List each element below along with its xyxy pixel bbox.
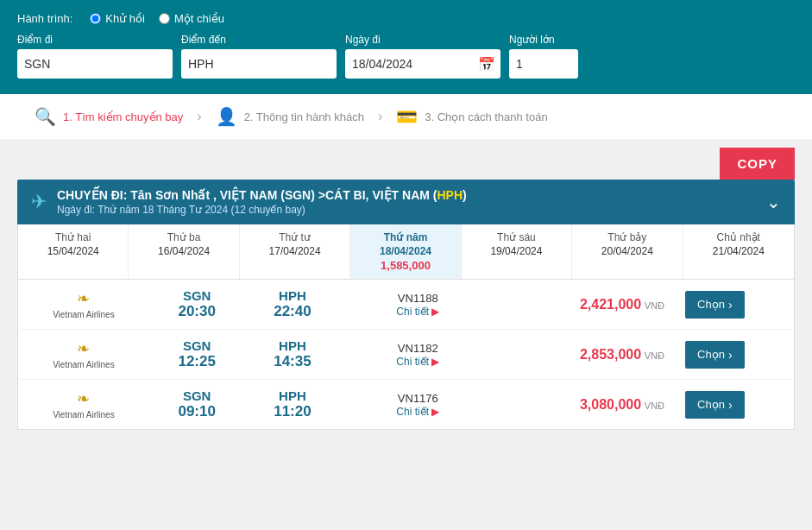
nguoi-lon-input[interactable] bbox=[509, 49, 578, 79]
search-fields: Điểm đi Điểm đến Ngày đi 📅 Người lớn bbox=[17, 34, 795, 79]
date-col-2[interactable]: Thứ tư 17/04/2024 bbox=[240, 224, 350, 279]
diem-den-label: Điểm đến bbox=[181, 34, 337, 46]
from-code-2: SGN bbox=[160, 388, 235, 403]
chi-tiet-link-1[interactable]: Chi tiết ▶ bbox=[396, 356, 439, 368]
to-cell-1: HPH 14:35 bbox=[245, 330, 341, 380]
step-arrow-1: › bbox=[197, 109, 201, 124]
table-row: ❧ Vietnam Airlines SGN 12:25 HPH 14:35 V… bbox=[18, 330, 795, 380]
to-code-0: HPH bbox=[255, 288, 330, 303]
step-2: 👤 2. Thông tin hành khách bbox=[216, 106, 364, 127]
price-currency-2: VNĐ bbox=[645, 401, 664, 411]
chi-tiet-link-2[interactable]: Chi tiết ▶ bbox=[396, 406, 439, 418]
route-header-left: ✈ CHUYẾN ĐI: Tân Sơn Nhất , VIỆT NAM (SG… bbox=[31, 188, 467, 216]
flight-info-1: VN1182 Chi tiết ▶ bbox=[340, 330, 495, 380]
diem-di-input[interactable] bbox=[17, 49, 173, 79]
chon-button-2[interactable]: Chọn › bbox=[685, 391, 745, 419]
flight-num-1: VN1182 bbox=[350, 342, 485, 355]
to-cell-2: HPH 11:20 bbox=[245, 380, 341, 430]
flight-num-2: VN1176 bbox=[350, 392, 485, 405]
table-row: ❧ Vietnam Airlines SGN 20:30 HPH 22:40 V… bbox=[18, 280, 795, 330]
flights-table: ❧ Vietnam Airlines SGN 20:30 HPH 22:40 V… bbox=[17, 280, 795, 430]
flight-info-2: VN1176 Chi tiết ▶ bbox=[340, 380, 495, 430]
calendar-icon[interactable]: 📅 bbox=[478, 56, 495, 73]
price-val-0: 2,421,000 bbox=[580, 297, 641, 312]
diem-di-field: Điểm đi bbox=[17, 34, 173, 79]
price-currency-0: VNĐ bbox=[645, 300, 664, 311]
ngay-di-label: Ngày đi bbox=[345, 34, 500, 46]
ngay-di-input[interactable] bbox=[345, 49, 500, 79]
step-arrow-2: › bbox=[378, 109, 382, 124]
to-cell-0: HPH 22:40 bbox=[245, 280, 341, 330]
copy-btn-container: COPY bbox=[0, 139, 812, 180]
from-cell-1: SGN 12:25 bbox=[149, 330, 245, 380]
diem-den-input[interactable] bbox=[181, 49, 337, 79]
khu-hoi-label[interactable]: Khử hồi bbox=[90, 12, 145, 25]
chon-arrow-icon-1: › bbox=[728, 348, 733, 362]
diem-di-label: Điểm đi bbox=[17, 34, 173, 46]
airline-wings-icon-2: ❧ bbox=[28, 389, 139, 408]
price-val-1: 2,853,000 bbox=[580, 347, 641, 362]
chon-button-0[interactable]: Chọn › bbox=[685, 291, 745, 319]
khu-hoi-radio[interactable] bbox=[90, 13, 101, 24]
price-cell-0: 2,421,000 VNĐ bbox=[495, 280, 675, 330]
from-time-0: 20:30 bbox=[160, 303, 235, 320]
date-col-3[interactable]: Thứ năm 18/04/2024 1,585,000 bbox=[350, 224, 461, 279]
route-title: CHUYẾN ĐI: Tân Sơn Nhất , VIỆT NAM (SGN)… bbox=[57, 188, 467, 202]
route-header: ✈ CHUYẾN ĐI: Tân Sơn Nhất , VIỆT NAM (SG… bbox=[17, 180, 795, 224]
from-time-2: 09:10 bbox=[160, 403, 235, 420]
to-time-1: 14:35 bbox=[255, 353, 330, 370]
airline-cell-0: ❧ Vietnam Airlines bbox=[18, 280, 149, 330]
mot-chieu-label[interactable]: Một chiều bbox=[159, 12, 224, 25]
step-1: 🔍 1. Tìm kiếm chuyến bay bbox=[35, 106, 183, 127]
airline-wings-icon-1: ❧ bbox=[28, 339, 139, 358]
main-content: ✈ CHUYẾN ĐI: Tân Sơn Nhất , VIỆT NAM (SG… bbox=[0, 180, 812, 447]
flight-num-0: VN1188 bbox=[350, 292, 485, 305]
chi-tiet-link-0[interactable]: Chi tiết ▶ bbox=[396, 306, 439, 318]
to-code-1: HPH bbox=[255, 338, 330, 353]
nguoi-lon-label: Người lớn bbox=[509, 34, 578, 46]
from-cell-2: SGN 09:10 bbox=[149, 380, 245, 430]
chevron-down-icon[interactable]: ⌄ bbox=[766, 192, 781, 212]
trip-type-group: Khử hồi Một chiều bbox=[90, 12, 224, 25]
copy-button[interactable]: COPY bbox=[720, 148, 795, 180]
from-time-1: 12:25 bbox=[160, 353, 235, 370]
chon-button-1[interactable]: Chọn › bbox=[685, 341, 745, 369]
ngay-di-field: Ngày đi 📅 bbox=[345, 34, 500, 79]
airline-name-0: Vietnam Airlines bbox=[28, 310, 139, 319]
from-cell-0: SGN 20:30 bbox=[149, 280, 245, 330]
date-col-1[interactable]: Thứ ba 16/04/2024 bbox=[129, 224, 239, 279]
chon-cell-0: Chọn › bbox=[675, 280, 794, 330]
chon-arrow-icon-0: › bbox=[728, 298, 733, 312]
from-code-0: SGN bbox=[160, 288, 235, 303]
mot-chieu-radio[interactable] bbox=[159, 13, 170, 24]
from-code-1: SGN bbox=[160, 338, 235, 353]
date-col-4[interactable]: Thứ sáu 19/04/2024 bbox=[462, 224, 572, 279]
airline-cell-2: ❧ Vietnam Airlines bbox=[18, 380, 149, 430]
diem-den-field: Điểm đến bbox=[181, 34, 337, 79]
price-currency-1: VNĐ bbox=[645, 350, 664, 361]
search-bar: Hành trình: Khử hồi Một chiều Điểm đi Đi… bbox=[0, 0, 812, 94]
step-3-label: 3. Chọn cách thanh toán bbox=[425, 110, 547, 123]
nguoi-lon-field: Người lớn bbox=[509, 34, 578, 79]
chon-arrow-icon-2: › bbox=[728, 398, 733, 412]
date-col-5[interactable]: Thứ bảy 20/04/2024 bbox=[572, 224, 683, 279]
airline-name-1: Vietnam Airlines bbox=[28, 360, 139, 369]
to-code-2: HPH bbox=[255, 388, 330, 403]
airline-name-2: Vietnam Airlines bbox=[28, 410, 139, 420]
price-cell-2: 3,080,000 VNĐ bbox=[495, 380, 675, 430]
price-cell-1: 2,853,000 VNĐ bbox=[495, 330, 675, 380]
price-val-2: 3,080,000 bbox=[580, 397, 641, 412]
steps-bar: 🔍 1. Tìm kiếm chuyến bay › 👤 2. Thông ti… bbox=[0, 94, 812, 139]
flight-info-0: VN1188 Chi tiết ▶ bbox=[340, 280, 495, 330]
airline-cell-1: ❧ Vietnam Airlines bbox=[18, 330, 149, 380]
date-col-6[interactable]: Chủ nhật 21/04/2024 bbox=[683, 224, 794, 279]
payment-icon: 💳 bbox=[396, 106, 418, 127]
search-icon: 🔍 bbox=[35, 106, 56, 127]
person-icon: 👤 bbox=[216, 106, 237, 127]
hanh-trinh-label: Hành trình: bbox=[17, 12, 72, 25]
step-2-label: 2. Thông tin hành khách bbox=[244, 110, 364, 123]
date-col-0[interactable]: Thứ hai 15/04/2024 bbox=[18, 224, 129, 279]
step-3: 💳 3. Chọn cách thanh toán bbox=[396, 106, 547, 127]
table-row: ❧ Vietnam Airlines SGN 09:10 HPH 11:20 V… bbox=[18, 380, 795, 430]
chon-cell-2: Chọn › bbox=[675, 380, 794, 430]
